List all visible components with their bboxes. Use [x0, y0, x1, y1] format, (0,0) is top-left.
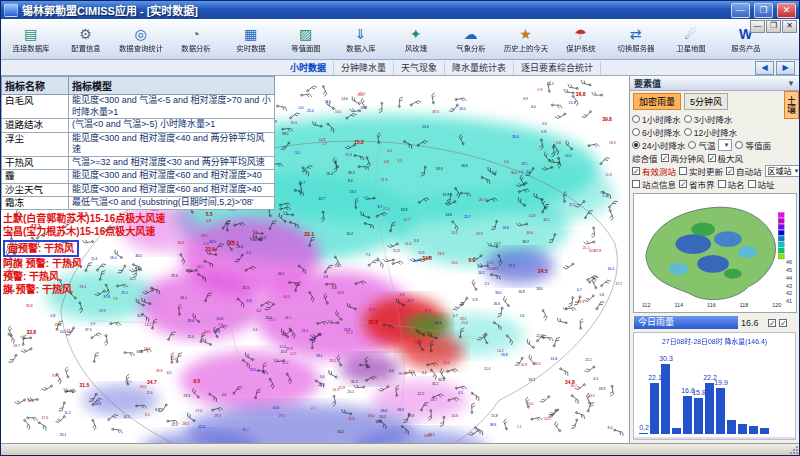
- bar: 15.8: [694, 398, 703, 435]
- minimize-button[interactable]: —: [731, 3, 750, 18]
- svg-text:32.3: 32.3: [569, 203, 576, 207]
- mdi-close-button[interactable]: ✕: [782, 20, 797, 33]
- svg-text:27.5: 27.5: [279, 414, 286, 418]
- maximize-button[interactable]: ❐: [754, 3, 773, 18]
- svg-text:26.8: 26.8: [501, 353, 508, 357]
- dropdown[interactable]: ▼: [718, 139, 732, 151]
- checkbox-option[interactable]: 站点信息: [632, 178, 676, 190]
- alert-line: 面预警: 干热风: [3, 240, 79, 257]
- pin-icon[interactable]: ▼: [787, 79, 795, 88]
- toolbar-isosurface[interactable]: ▨等值面图: [278, 20, 333, 59]
- svg-text:31.8: 31.8: [393, 249, 400, 253]
- toolbar-import[interactable]: ⇓数据入库: [333, 20, 388, 59]
- option-row: 1小时降水3小时降水: [630, 112, 799, 125]
- toolbar-server[interactable]: ⇄切换服务器: [608, 20, 663, 59]
- toolbar-gear[interactable]: ⚙配置信息: [58, 20, 113, 59]
- chevron-down-icon: ▼: [794, 168, 799, 174]
- checkbox-option[interactable]: 实时更新: [679, 165, 723, 177]
- tab-1[interactable]: 小时数据: [283, 61, 334, 75]
- svg-text:32.5: 32.5: [438, 378, 445, 382]
- checkbox-option[interactable]: ✓两分钟风: [661, 152, 705, 164]
- toolbar-protect[interactable]: ☂保护系统: [553, 20, 608, 59]
- toolbar-search[interactable]: ◎数据查询统计: [113, 20, 168, 59]
- bar: [749, 426, 758, 434]
- window-title: 锡林郭勒盟CIMISS应用 - [实时数据]: [22, 2, 727, 18]
- toolbar-satellite[interactable]: ☄卫星地图: [663, 20, 718, 59]
- tab-2[interactable]: 分钟降水量: [334, 61, 394, 75]
- radio-option[interactable]: 12小时降水: [684, 126, 737, 138]
- tab-5[interactable]: 逐日要素综合统计: [514, 61, 601, 75]
- svg-text:14.5: 14.5: [123, 416, 130, 420]
- toolbar-analysis[interactable]: ◔数据分析: [168, 20, 223, 59]
- tab-bar: 小时数据分钟降水量天气现象降水量统计表逐日要素综合统计 ◀ ▶: [1, 60, 799, 76]
- encrypted-rain-button[interactable]: 加密雨量: [633, 93, 681, 110]
- svg-text:21.7: 21.7: [404, 218, 411, 222]
- dropdown[interactable]: 区域站▼: [765, 165, 799, 177]
- checkbox-option[interactable]: ✓有效测站: [632, 165, 676, 177]
- svg-text:31.7: 31.7: [299, 181, 306, 185]
- radio-option[interactable]: 3小时降水: [684, 113, 733, 125]
- tab-prev-arrow-icon[interactable]: ◀: [755, 61, 774, 75]
- bar: [760, 428, 769, 434]
- toolbar-weather[interactable]: ☁气象分析: [443, 20, 498, 59]
- radio-option[interactable]: 6小时降水: [632, 126, 681, 138]
- table-row: 白毛风能见度<300 and 气温<-5 and 相对湿度>70 and 小时降…: [2, 95, 275, 119]
- toolbar-realtime[interactable]: ▦实时数据: [223, 20, 278, 59]
- tab-next-arrow-icon[interactable]: ▶: [776, 61, 795, 75]
- svg-text:34.8: 34.8: [565, 380, 575, 385]
- svg-text:8.2: 8.2: [137, 314, 142, 318]
- option-row: 6小时降水12小时降水: [630, 125, 799, 138]
- tab-4[interactable]: 降水量统计表: [445, 61, 514, 75]
- svg-text:19.6: 19.6: [609, 141, 616, 145]
- svg-text:35.7: 35.7: [242, 428, 249, 432]
- svg-text:20.8: 20.8: [216, 317, 223, 321]
- svg-text:4.5: 4.5: [593, 377, 598, 381]
- svg-text:15.0: 15.0: [354, 140, 364, 145]
- svg-text:14.6: 14.6: [341, 97, 348, 101]
- checkbox-option[interactable]: ✓极大风: [708, 152, 744, 164]
- soil-tab[interactable]: 土壤: [784, 91, 799, 119]
- today-checkbox-1[interactable]: ✓: [768, 319, 776, 327]
- radio-option[interactable]: 气温: [688, 139, 715, 151]
- svg-text:10.9: 10.9: [521, 363, 528, 367]
- svg-text:28.9: 28.9: [214, 330, 221, 334]
- radio-icon: [688, 141, 696, 149]
- svg-text:13.7: 13.7: [494, 242, 501, 246]
- table-row: 道路结冰(气温<0 and 气温>-5) 小时降水量>1: [2, 119, 275, 132]
- today-checkbox-2[interactable]: ✓: [779, 319, 787, 327]
- toolbar-database[interactable]: ▤连接数据库: [3, 20, 58, 59]
- mdi-minimize-button[interactable]: —: [750, 20, 765, 33]
- svg-text:1.1: 1.1: [517, 425, 522, 429]
- indicator-model: 能见度<300 and 相对湿度<60 and 相对湿度>40: [69, 183, 275, 196]
- tab-3[interactable]: 天气现象: [394, 61, 445, 75]
- checkbox-option[interactable]: 站址: [748, 178, 775, 190]
- checkbox-option[interactable]: 站名: [718, 178, 745, 190]
- svg-text:18.2: 18.2: [278, 272, 285, 276]
- radio-option[interactable]: 24小时降水: [632, 139, 685, 151]
- checkbox-option[interactable]: ✓自动站: [726, 165, 762, 177]
- svg-text:19.9: 19.9: [99, 309, 106, 313]
- toolbar-history[interactable]: ★历史上的今天: [498, 20, 553, 59]
- five-minute-wind-button[interactable]: 5分钟风: [684, 93, 728, 110]
- resize-grip[interactable]: [789, 445, 798, 454]
- radio-option[interactable]: 等值面: [735, 139, 771, 151]
- today-rain-value: 16.6: [741, 318, 765, 328]
- radio-option[interactable]: 1小时降水: [632, 113, 681, 125]
- svg-text:28.1: 28.1: [183, 422, 190, 426]
- svg-text:26.6: 26.6: [493, 302, 500, 306]
- column-header-name[interactable]: 指标名称: [2, 77, 69, 95]
- svg-text:26.9: 26.9: [156, 369, 163, 373]
- checkbox-option[interactable]: ✓省市界: [679, 178, 715, 190]
- column-header-model[interactable]: 指标模型: [69, 77, 275, 95]
- svg-text:1.8: 1.8: [323, 275, 328, 279]
- overview-map[interactable]: 112114116118120464544434241: [633, 193, 796, 313]
- toolbar-windrose[interactable]: ✦风玫瑰: [388, 20, 443, 59]
- svg-text:31.8: 31.8: [171, 423, 178, 427]
- svg-text:28.0: 28.0: [381, 409, 388, 413]
- close-button[interactable]: ✕: [777, 3, 796, 18]
- svg-text:1.7: 1.7: [453, 314, 458, 318]
- svg-text:0.0: 0.0: [299, 106, 304, 110]
- mdi-restore-button[interactable]: ❐: [766, 20, 781, 33]
- alert-line: 土默(白音郭勒苏木)15-16点极大风速: [3, 212, 275, 225]
- svg-text:22.1: 22.1: [125, 380, 132, 384]
